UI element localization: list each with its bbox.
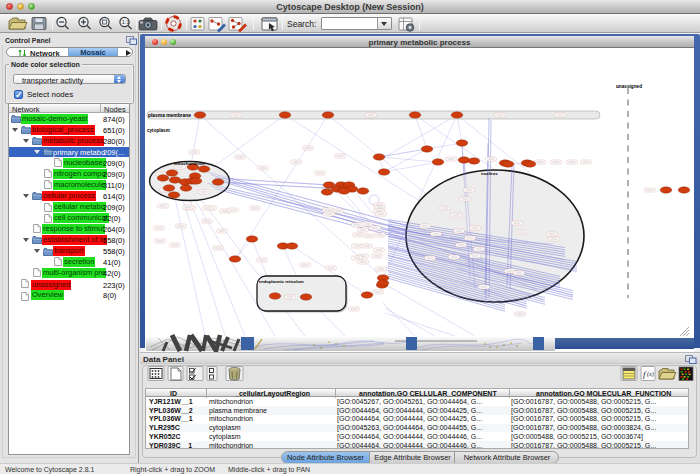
- svg-text:nucleus: nucleus: [481, 171, 498, 176]
- svg-text:unassigned: unassigned: [616, 84, 642, 89]
- svg-text:endoplasmic reticulum: endoplasmic reticulum: [259, 279, 304, 284]
- svg-text:plasma membrane: plasma membrane: [148, 113, 191, 118]
- svg-text:1:1: 1:1: [122, 19, 130, 25]
- svg-text:mitochondrion: mitochondrion: [174, 161, 205, 166]
- svg-text:cytoplasm: cytoplasm: [147, 128, 170, 133]
- svg-text:(x): (x): [647, 371, 654, 378]
